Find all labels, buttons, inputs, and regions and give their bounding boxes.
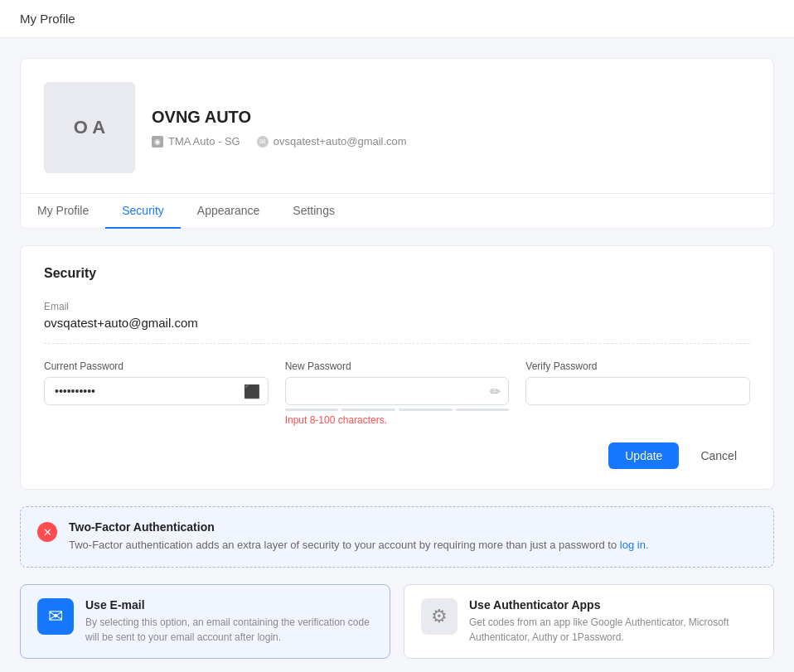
profile-card: O A OVNG AUTO ◉ TMA Auto - SG ✉ ovsqates… bbox=[20, 58, 774, 229]
password-toggle-icon[interactable]: ⬛ bbox=[244, 384, 260, 399]
auth-method-app[interactable]: ⚙ Use Authenticator Apps Get codes from … bbox=[404, 584, 774, 659]
tab-appearance[interactable]: Appearance bbox=[181, 194, 277, 229]
current-password-input[interactable] bbox=[44, 377, 269, 405]
tab-my-profile[interactable]: My Profile bbox=[21, 194, 105, 229]
password-row: Current Password ⬛ New Password ✏ bbox=[44, 360, 750, 426]
profile-top: O A OVNG AUTO ◉ TMA Auto - SG ✉ ovsqates… bbox=[44, 82, 750, 173]
strength-bar-2 bbox=[341, 409, 395, 411]
app-auth-desc: Get codes from an app like Google Authen… bbox=[469, 615, 757, 645]
new-password-toggle-icon[interactable]: ✏ bbox=[490, 384, 501, 399]
auth-methods: ✉ Use E-mail By selecting this option, a… bbox=[20, 584, 774, 659]
security-card: Security Email ovsqatest+auto@gmail.com … bbox=[20, 245, 774, 490]
password-action-row: Update Cancel bbox=[44, 442, 750, 469]
main-content: O A OVNG AUTO ◉ TMA Auto - SG ✉ ovsqates… bbox=[0, 38, 794, 672]
app-auth-icon: ⚙ bbox=[421, 598, 458, 635]
tabs-nav: My Profile Security Appearance Settings bbox=[21, 193, 773, 228]
divider bbox=[44, 343, 750, 344]
app-auth-title: Use Authenticator Apps bbox=[469, 598, 757, 612]
email-auth-content: Use E-mail By selecting this option, an … bbox=[85, 598, 373, 645]
twofa-content: Two-Factor Authentication Two-Factor aut… bbox=[69, 520, 649, 554]
strength-bar-1 bbox=[285, 409, 339, 411]
avatar: O A bbox=[44, 82, 135, 173]
email-auth-desc: By selecting this option, an email conta… bbox=[85, 615, 373, 645]
email-icon: ✉ bbox=[257, 136, 269, 147]
app-auth-content: Use Authenticator Apps Get codes from an… bbox=[469, 598, 757, 645]
new-password-wrapper: ✏ bbox=[285, 377, 510, 405]
verify-password-input[interactable] bbox=[525, 377, 750, 405]
cancel-password-button[interactable]: Cancel bbox=[687, 442, 750, 469]
verify-password-group: Verify Password bbox=[525, 360, 750, 426]
building-icon: ◉ bbox=[152, 136, 163, 147]
twofa-description: Two-Factor authentication adds an extra … bbox=[69, 537, 649, 554]
email-auth-icon: ✉ bbox=[37, 598, 74, 635]
section-title: Security bbox=[44, 266, 750, 281]
twofa-status-icon: ✕ bbox=[37, 522, 57, 542]
update-password-button[interactable]: Update bbox=[608, 442, 679, 469]
twofa-title: Two-Factor Authentication bbox=[69, 520, 649, 534]
profile-meta: ◉ TMA Auto - SG ✉ ovsqatest+auto@gmail.c… bbox=[152, 135, 750, 147]
email-value: ovsqatest+auto@gmail.com bbox=[44, 316, 750, 330]
twofa-card: ✕ Two-Factor Authentication Two-Factor a… bbox=[20, 506, 774, 568]
page-header: My Profile bbox=[0, 0, 794, 38]
verify-password-label: Verify Password bbox=[525, 360, 750, 372]
meta-email: ✉ ovsqatest+auto@gmail.com bbox=[257, 135, 407, 147]
new-password-label: New Password bbox=[285, 360, 510, 372]
page-title: My Profile bbox=[20, 12, 75, 26]
email-label: Email bbox=[44, 301, 750, 312]
email-auth-title: Use E-mail bbox=[85, 598, 373, 612]
auth-method-email[interactable]: ✉ Use E-mail By selecting this option, a… bbox=[20, 584, 390, 659]
current-password-group: Current Password ⬛ bbox=[44, 360, 269, 426]
meta-organization: ◉ TMA Auto - SG bbox=[152, 135, 240, 147]
tab-settings[interactable]: Settings bbox=[276, 194, 351, 229]
twofa-link[interactable]: log in bbox=[620, 539, 646, 551]
verify-password-wrapper bbox=[525, 377, 750, 405]
strength-bar-4 bbox=[456, 409, 510, 411]
new-password-group: New Password ✏ Input 8-100 characters. bbox=[285, 360, 510, 426]
tab-security[interactable]: Security bbox=[105, 194, 181, 229]
profile-info: OVNG AUTO ◉ TMA Auto - SG ✉ ovsqatest+au… bbox=[152, 108, 750, 147]
strength-bar-3 bbox=[399, 409, 453, 411]
profile-name: OVNG AUTO bbox=[152, 108, 750, 127]
current-password-wrapper: ⬛ bbox=[44, 377, 269, 405]
password-hint: Input 8-100 characters. bbox=[285, 414, 510, 426]
strength-bars bbox=[285, 409, 510, 411]
current-password-label: Current Password bbox=[44, 360, 269, 372]
new-password-input[interactable] bbox=[285, 377, 510, 405]
